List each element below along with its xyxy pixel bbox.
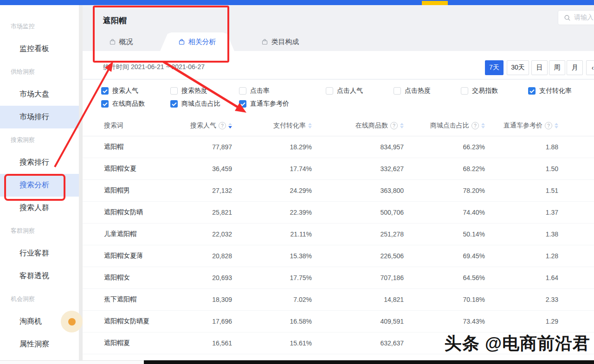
filter-label: 搜索热度 — [181, 87, 207, 95]
filter-checkbox[interactable]: 在线商品数 — [101, 100, 145, 108]
sidebar-item[interactable]: 搜索排行 — [0, 151, 79, 174]
table-row[interactable]: 遮阳帽男27,13224.29%363,80078.20%1.51 — [83, 180, 594, 202]
value-cell: 1.88 — [485, 143, 558, 151]
sort-icon[interactable] — [400, 123, 404, 128]
table-row[interactable]: 遮阳帽女防晒夏17,69616.58%409,59173.43%1.29 — [83, 311, 594, 332]
checkbox-checked-icon[interactable] — [101, 100, 109, 108]
value-cell: 15.61% — [232, 339, 312, 347]
column-header[interactable]: 商城点击占比? — [404, 121, 485, 130]
table-row[interactable]: 儿童遮阳帽22,03221.11%251,27850.14%1.38 — [83, 224, 594, 245]
table-row[interactable]: 遮阳帽女夏薄20,82815.38%226,50669.45%1.28 — [83, 245, 594, 267]
table-row[interactable]: 蕉下遮阳帽18,3097.02%14,82170.18%2.33 — [83, 289, 594, 311]
value-cell: 66.23% — [404, 143, 485, 151]
checkbox-checked-icon[interactable] — [528, 87, 536, 95]
sort-icon[interactable] — [228, 123, 232, 128]
table-row[interactable]: 遮阳帽女防晒25,82122.39%500,70674.40%1.37 — [83, 202, 594, 224]
keyword-cell: 遮阳帽女夏 — [104, 165, 164, 173]
search-placeholder: 请输入 — [574, 13, 594, 22]
page-title: 遮阳帽 — [103, 15, 127, 26]
period-button[interactable]: 7天 — [485, 60, 504, 75]
filter-checkbox[interactable]: 搜索热度 — [170, 87, 207, 95]
sidebar-item[interactable]: 属性洞察 — [0, 333, 79, 356]
column-header[interactable]: 支付转化率 — [232, 121, 312, 130]
search-input[interactable]: 请输入 — [558, 10, 594, 25]
keyword-cell: 蕉下遮阳帽 — [104, 295, 164, 304]
table-row[interactable]: 遮阳帽女夏36,45917.74%332,62768.22%1.50 — [83, 158, 594, 180]
sort-icon[interactable] — [555, 123, 558, 128]
checkbox-checked-icon[interactable] — [170, 100, 178, 108]
value-cell: 25,821 — [164, 209, 232, 216]
sidebar-item[interactable]: 淘商机 — [0, 310, 79, 333]
value-cell: 1.38 — [485, 230, 558, 238]
filter-checkbox[interactable]: 直通车参考价 — [239, 100, 289, 108]
keyword-cell: 儿童遮阳帽 — [104, 230, 164, 238]
period-button[interactable]: 周 — [549, 60, 565, 75]
bottom-strip-black — [144, 360, 594, 364]
sidebar-item[interactable]: 行业客群 — [0, 242, 79, 265]
tab-label: 概况 — [119, 38, 133, 46]
help-icon[interactable]: ? — [219, 122, 226, 129]
value-cell: 18.29% — [232, 143, 312, 151]
period-button[interactable]: 月 — [567, 60, 583, 75]
tab-category-composition[interactable]: 类目构成 — [257, 32, 304, 51]
value-cell: 14,821 — [312, 296, 404, 303]
value-cell: 64.56% — [404, 274, 485, 281]
help-icon[interactable]: ? — [545, 122, 552, 129]
table-row[interactable]: 遮阳帽女20,69317.75%707,18664.56%1.64 — [83, 267, 594, 289]
column-header[interactable]: 直通车参考价? — [485, 121, 558, 130]
checkbox-unchecked-icon[interactable] — [461, 87, 468, 95]
checkbox-unchecked-icon[interactable] — [239, 87, 246, 95]
sidebar-section-label: 客群洞察 — [0, 219, 79, 242]
filter-checkbox[interactable]: 交易指数 — [461, 87, 498, 95]
sidebar-item[interactable]: 客群透视 — [0, 265, 79, 287]
checkbox-unchecked-icon[interactable] — [170, 87, 178, 95]
sidebar-item[interactable]: 监控看板 — [0, 38, 79, 60]
main-content: 遮阳帽 概况相关分析类目构成 请输入 统计时间 2021-06-21 ~ 202… — [83, 5, 594, 360]
value-cell: 74.40% — [404, 209, 485, 216]
checkbox-checked-icon[interactable] — [239, 100, 246, 108]
sidebar-item[interactable]: 搜索分析 — [0, 174, 79, 197]
table-row[interactable]: 遮阳帽77,89718.29%834,95766.23%1.88 — [83, 136, 594, 158]
filter-checkbox[interactable]: 点击人气 — [326, 87, 363, 95]
filter-label: 在线商品数 — [112, 100, 145, 108]
column-header[interactable]: 在线商品数? — [312, 121, 404, 130]
filter-checkbox[interactable]: 搜索人气 — [101, 87, 138, 95]
tab-label: 类目构成 — [271, 38, 299, 46]
filter-checkbox[interactable]: 点击热度 — [394, 87, 431, 95]
column-header-label: 搜索人气 — [190, 121, 216, 130]
filter-label: 点击人气 — [337, 87, 363, 95]
sidebar-nav: 市场监控监控看板供给洞察市场大盘市场排行搜索洞察搜索排行搜索分析搜索人群客群洞察… — [0, 5, 79, 360]
sidebar-item-label: 行业客群 — [19, 249, 49, 258]
checkbox-unchecked-icon[interactable] — [326, 87, 333, 95]
value-cell: 2.33 — [485, 296, 558, 303]
period-button[interactable]: 日 — [531, 60, 548, 75]
filter-checkbox[interactable]: 支付转化率 — [528, 87, 572, 95]
tab-overview[interactable]: 概况 — [101, 32, 141, 51]
filter-label: 支付转化率 — [539, 87, 572, 95]
column-header[interactable]: 搜索人气? — [164, 121, 232, 130]
period-button[interactable]: 30天 — [507, 60, 529, 75]
value-cell: 22.39% — [232, 209, 312, 216]
help-icon[interactable]: ? — [471, 122, 479, 129]
tab-related-analysis[interactable]: 相关分析 — [160, 32, 234, 51]
period-button[interactable]: ‹ — [586, 60, 594, 75]
help-icon[interactable]: ? — [390, 122, 398, 129]
checkbox-unchecked-icon[interactable] — [394, 87, 401, 95]
sort-icon[interactable] — [481, 123, 485, 128]
sidebar-item-label: 市场大盘 — [19, 89, 49, 99]
filter-label: 直通车参考价 — [250, 100, 289, 108]
value-cell: 18,309 — [164, 296, 232, 303]
value-cell: 20,828 — [164, 252, 232, 260]
search-icon — [564, 14, 571, 21]
checkbox-checked-icon[interactable] — [101, 87, 109, 95]
filter-checkbox[interactable]: 点击率 — [239, 87, 270, 95]
sidebar-scrollbar[interactable] — [79, 5, 83, 360]
sort-icon[interactable] — [308, 123, 312, 128]
value-cell: 16,561 — [164, 339, 232, 347]
filter-checkbox[interactable]: 商城点击占比 — [170, 100, 220, 108]
value-cell: 68.22% — [404, 165, 485, 172]
filter-label: 交易指数 — [472, 87, 498, 95]
sidebar-item[interactable]: 市场排行 — [0, 106, 79, 128]
sidebar-item[interactable]: 搜索人群 — [0, 197, 79, 219]
sidebar-item[interactable]: 市场大盘 — [0, 83, 79, 106]
